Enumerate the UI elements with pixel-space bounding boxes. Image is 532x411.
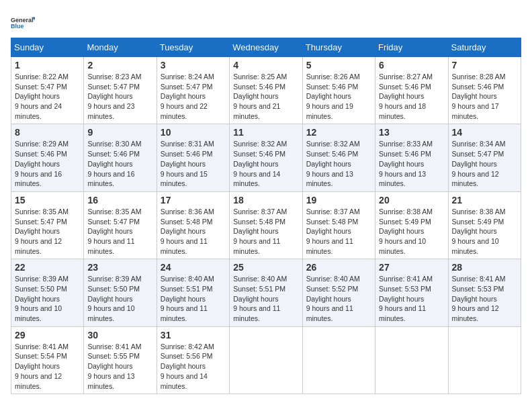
day-number: 22 xyxy=(15,262,80,273)
day-number: 16 xyxy=(87,195,152,205)
calendar-cell: 12 Sunrise: 8:32 AM Sunset: 5:46 PM Dayl… xyxy=(302,124,375,191)
day-number: 8 xyxy=(15,127,80,138)
day-number: 19 xyxy=(306,195,371,205)
calendar-cell: 18 Sunrise: 8:37 AM Sunset: 5:48 PM Dayl… xyxy=(230,191,302,259)
day-number: 4 xyxy=(233,60,298,71)
weekday-header: Thursday xyxy=(302,38,375,57)
day-info: Sunrise: 8:30 AM Sunset: 5:46 PM Dayligh… xyxy=(87,139,152,188)
calendar-cell: 15 Sunrise: 8:35 AM Sunset: 5:47 PM Dayl… xyxy=(11,191,84,259)
day-info: Sunrise: 8:24 AM Sunset: 5:47 PM Dayligh… xyxy=(161,72,226,121)
day-info: Sunrise: 8:41 AM Sunset: 5:53 PM Dayligh… xyxy=(452,274,517,323)
calendar-cell: 25 Sunrise: 8:40 AM Sunset: 5:51 PM Dayl… xyxy=(230,259,302,326)
day-info: Sunrise: 8:38 AM Sunset: 5:49 PM Dayligh… xyxy=(379,207,444,256)
day-number: 20 xyxy=(379,195,444,205)
calendar-week-row: 1 Sunrise: 8:22 AM Sunset: 5:47 PM Dayli… xyxy=(11,57,521,124)
weekday-header: Saturday xyxy=(448,38,521,57)
day-info: Sunrise: 8:32 AM Sunset: 5:46 PM Dayligh… xyxy=(306,139,371,188)
calendar-cell: 14 Sunrise: 8:34 AM Sunset: 5:47 PM Dayl… xyxy=(448,124,521,191)
day-number: 15 xyxy=(15,195,80,205)
page-header: General Blue xyxy=(11,11,521,35)
calendar-cell: 16 Sunrise: 8:35 AM Sunset: 5:47 PM Dayl… xyxy=(84,191,157,259)
calendar-cell: 11 Sunrise: 8:32 AM Sunset: 5:46 PM Dayl… xyxy=(230,124,302,191)
calendar-cell: 2 Sunrise: 8:23 AM Sunset: 5:47 PM Dayli… xyxy=(84,57,157,124)
calendar-table: SundayMondayTuesdayWednesdayThursdayFrid… xyxy=(11,38,521,394)
day-info: Sunrise: 8:35 AM Sunset: 5:47 PM Dayligh… xyxy=(87,207,152,256)
day-info: Sunrise: 8:36 AM Sunset: 5:48 PM Dayligh… xyxy=(161,207,226,256)
day-info: Sunrise: 8:22 AM Sunset: 5:47 PM Dayligh… xyxy=(15,72,80,121)
calendar-cell: 30 Sunrise: 8:41 AM Sunset: 5:55 PM Dayl… xyxy=(84,326,157,394)
day-number: 25 xyxy=(233,262,298,273)
day-number: 5 xyxy=(306,60,371,71)
calendar-cell: 20 Sunrise: 8:38 AM Sunset: 5:49 PM Dayl… xyxy=(375,191,448,259)
calendar-cell: 22 Sunrise: 8:39 AM Sunset: 5:50 PM Dayl… xyxy=(11,259,84,326)
weekday-header: Sunday xyxy=(11,38,84,57)
svg-text:General: General xyxy=(11,17,34,24)
day-info: Sunrise: 8:38 AM Sunset: 5:49 PM Dayligh… xyxy=(452,207,517,256)
day-number: 31 xyxy=(161,330,226,340)
day-number: 18 xyxy=(233,195,298,205)
day-info: Sunrise: 8:39 AM Sunset: 5:50 PM Dayligh… xyxy=(87,274,152,323)
day-info: Sunrise: 8:39 AM Sunset: 5:50 PM Dayligh… xyxy=(15,274,80,323)
day-number: 9 xyxy=(87,127,152,138)
svg-text:Blue: Blue xyxy=(11,23,24,30)
calendar-cell: 4 Sunrise: 8:25 AM Sunset: 5:46 PM Dayli… xyxy=(230,57,302,124)
calendar-cell xyxy=(448,326,521,394)
weekday-header: Friday xyxy=(375,38,448,57)
day-info: Sunrise: 8:37 AM Sunset: 5:48 PM Dayligh… xyxy=(233,207,298,256)
calendar-cell: 23 Sunrise: 8:39 AM Sunset: 5:50 PM Dayl… xyxy=(84,259,157,326)
day-info: Sunrise: 8:25 AM Sunset: 5:46 PM Dayligh… xyxy=(233,72,298,121)
day-info: Sunrise: 8:34 AM Sunset: 5:47 PM Dayligh… xyxy=(452,139,517,188)
calendar-cell xyxy=(230,326,302,394)
day-info: Sunrise: 8:41 AM Sunset: 5:54 PM Dayligh… xyxy=(15,342,80,391)
calendar-cell: 7 Sunrise: 8:28 AM Sunset: 5:46 PM Dayli… xyxy=(448,57,521,124)
day-number: 1 xyxy=(15,60,80,71)
day-number: 26 xyxy=(306,262,371,273)
calendar-week-row: 8 Sunrise: 8:29 AM Sunset: 5:46 PM Dayli… xyxy=(11,124,521,191)
calendar-cell: 21 Sunrise: 8:38 AM Sunset: 5:49 PM Dayl… xyxy=(448,191,521,259)
day-number: 2 xyxy=(87,60,152,71)
day-number: 14 xyxy=(452,127,517,138)
day-info: Sunrise: 8:27 AM Sunset: 5:46 PM Dayligh… xyxy=(379,72,444,121)
calendar-cell xyxy=(302,326,375,394)
weekday-header: Tuesday xyxy=(157,38,229,57)
calendar-week-row: 29 Sunrise: 8:41 AM Sunset: 5:54 PM Dayl… xyxy=(11,326,521,394)
day-number: 3 xyxy=(161,60,226,71)
day-info: Sunrise: 8:37 AM Sunset: 5:48 PM Dayligh… xyxy=(306,207,371,256)
day-number: 13 xyxy=(379,127,444,138)
calendar-cell: 3 Sunrise: 8:24 AM Sunset: 5:47 PM Dayli… xyxy=(157,57,229,124)
day-info: Sunrise: 8:35 AM Sunset: 5:47 PM Dayligh… xyxy=(15,207,80,256)
day-number: 10 xyxy=(161,127,226,138)
calendar-cell: 8 Sunrise: 8:29 AM Sunset: 5:46 PM Dayli… xyxy=(11,124,84,191)
day-info: Sunrise: 8:28 AM Sunset: 5:46 PM Dayligh… xyxy=(452,72,517,121)
calendar-cell: 27 Sunrise: 8:41 AM Sunset: 5:53 PM Dayl… xyxy=(375,259,448,326)
day-info: Sunrise: 8:41 AM Sunset: 5:55 PM Dayligh… xyxy=(87,342,152,391)
day-info: Sunrise: 8:31 AM Sunset: 5:46 PM Dayligh… xyxy=(161,139,226,188)
weekday-header: Wednesday xyxy=(230,38,302,57)
calendar-week-row: 22 Sunrise: 8:39 AM Sunset: 5:50 PM Dayl… xyxy=(11,259,521,326)
day-info: Sunrise: 8:23 AM Sunset: 5:47 PM Dayligh… xyxy=(87,72,152,121)
calendar-cell: 10 Sunrise: 8:31 AM Sunset: 5:46 PM Dayl… xyxy=(157,124,229,191)
day-info: Sunrise: 8:40 AM Sunset: 5:52 PM Dayligh… xyxy=(306,274,371,323)
day-number: 23 xyxy=(87,262,152,273)
day-number: 6 xyxy=(379,60,444,71)
day-number: 27 xyxy=(379,262,444,273)
calendar-cell: 13 Sunrise: 8:33 AM Sunset: 5:46 PM Dayl… xyxy=(375,124,448,191)
calendar-week-row: 15 Sunrise: 8:35 AM Sunset: 5:47 PM Dayl… xyxy=(11,191,521,259)
logo: General Blue xyxy=(11,11,35,35)
calendar-cell: 28 Sunrise: 8:41 AM Sunset: 5:53 PM Dayl… xyxy=(448,259,521,326)
day-info: Sunrise: 8:32 AM Sunset: 5:46 PM Dayligh… xyxy=(233,139,298,188)
day-number: 11 xyxy=(233,127,298,138)
calendar-cell xyxy=(375,326,448,394)
day-number: 7 xyxy=(452,60,517,71)
day-info: Sunrise: 8:40 AM Sunset: 5:51 PM Dayligh… xyxy=(161,274,226,323)
day-number: 24 xyxy=(161,262,226,273)
day-info: Sunrise: 8:33 AM Sunset: 5:46 PM Dayligh… xyxy=(379,139,444,188)
day-info: Sunrise: 8:41 AM Sunset: 5:53 PM Dayligh… xyxy=(379,274,444,323)
day-number: 30 xyxy=(87,330,152,340)
day-number: 29 xyxy=(15,330,80,340)
day-info: Sunrise: 8:42 AM Sunset: 5:56 PM Dayligh… xyxy=(161,342,226,391)
calendar-cell: 24 Sunrise: 8:40 AM Sunset: 5:51 PM Dayl… xyxy=(157,259,229,326)
calendar-cell: 29 Sunrise: 8:41 AM Sunset: 5:54 PM Dayl… xyxy=(11,326,84,394)
day-info: Sunrise: 8:26 AM Sunset: 5:46 PM Dayligh… xyxy=(306,72,371,121)
day-info: Sunrise: 8:40 AM Sunset: 5:51 PM Dayligh… xyxy=(233,274,298,323)
